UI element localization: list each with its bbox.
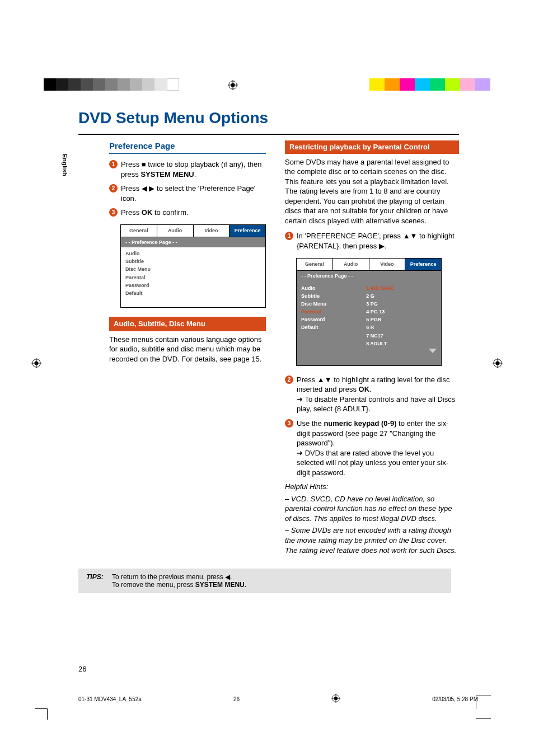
step-text: Press [121,160,142,168]
topic-audio-subtitle-disc-menu: Audio, Subtitle, Disc Menu [109,317,266,331]
language-tab: English [62,154,68,176]
hint-1: – VCD, SVCD, CD have no level indication… [285,494,459,524]
step-text: OK [142,208,153,217]
step-badge: 3 [109,208,118,217]
grayscale-swatches [44,78,179,91]
osd-value-highlight: 1 KID SAFE [366,284,437,292]
osd-item: Password [125,281,261,289]
osd-item: Default [125,289,261,297]
tips-label: TIPS: [86,573,104,581]
topic-parental-control: Restricting playback by Parental Control [285,140,459,154]
intro-paragraph: Some DVDs may have a parental level assi… [285,157,459,226]
crop-mark-icon [35,699,53,717]
step-2: 2 Press ▲▼ to highlight a rating level f… [285,375,459,414]
footer-file: 01-31 MDV434_LA_552a [78,696,142,702]
step-text: . [385,242,387,250]
up-down-arrow-icon: ▲▼ [317,375,332,384]
step-text: OK [359,385,370,393]
step-text: to confirm. [152,208,188,217]
crop-mark-icon [476,691,498,725]
osd-tab: Video [369,259,406,270]
right-arrow-icon: ▶ [379,242,385,250]
footer-timestamp: 02/03/05, 5:28 PM [432,696,478,702]
osd-value: 3 PG [366,300,437,308]
footer-info: 01-31 MDV434_LA_552a 26 02/03/05, 5:28 P… [78,694,478,704]
step-sub: To disable Parental controls and have al… [297,395,459,414]
step-3: 3 Press OK to confirm. [109,208,266,218]
osd-value: 4 PG 13 [366,308,437,316]
step-text: In 'PREFERENCE PAGE', press [297,232,403,240]
osd-tab: Video [194,225,230,237]
printer-marks-top [0,78,534,92]
tips-text: . [245,581,246,589]
osd-item: Disc Menu [125,265,261,273]
stop-icon: ■ [142,160,146,168]
osd-item: Audio [125,250,261,257]
step-text: SYSTEM MENU [140,170,194,179]
registration-mark-icon [331,694,340,704]
osd-item: Disc Menu [301,300,366,308]
osd-item: Subtitle [301,292,366,300]
hint-2: – Some DVDs are not encoded with a ratin… [285,525,459,555]
step-text: numeric keypad (0-9) [324,419,396,428]
title-divider [78,134,459,135]
osd-tab-active: Preference [229,225,265,237]
step-text: Use the [297,419,324,428]
registration-mark-icon [31,358,41,370]
tips-text: SYSTEM MENU [195,581,245,589]
osd-value: 7 NC17 [366,332,437,340]
osd-header: - - Preference Page - - [121,237,265,247]
osd-value: 5 PGR [366,316,437,323]
osd-header: - - Preference Page - - [297,271,441,281]
step-1: 1 Press ■ twice to stop playback (if any… [109,159,266,179]
left-right-arrow-icon: ◀ ▶ [142,184,155,192]
step-3: 3 Use the numeric keypad (0-9) to enter … [285,419,459,477]
step-text: . [194,170,196,179]
step-badge: 2 [109,184,118,192]
step-text: . [369,385,372,393]
left-arrow-icon: ◀ [225,573,230,581]
step-badge: 3 [285,419,293,428]
step-text: Press [121,208,142,217]
tips-text: . [230,573,232,581]
osd-item: Default [301,323,366,331]
osd-item: Subtitle [125,257,261,265]
page-content: English DVD Setup Menu Options Preferenc… [78,109,459,593]
osd-item: Password [301,316,366,323]
registration-mark-icon [228,80,238,90]
osd-tab: General [297,259,333,270]
osd-value: 6 R [366,323,437,331]
step-2: 2 Press ◀ ▶ to select the 'Preference Pa… [109,184,266,203]
page-title: DVD Setup Menu Options [78,109,459,127]
step-text: Press [121,184,142,192]
osd-preference-page: General Audio Video Preference - - Prefe… [120,224,266,308]
osd-tab-active: Preference [405,259,441,270]
page-number: 26 [78,665,86,673]
osd-parental-list: General Audio Video Preference - - Prefe… [296,258,442,366]
section-title-preference-page: Preference Page [109,140,266,154]
step-badge: 2 [285,375,293,384]
registration-mark-icon [493,358,503,370]
color-swatches [369,78,490,91]
footer-folio: 26 [233,696,240,702]
hints-label: Helpful Hints: [285,482,459,492]
osd-tab: Audio [333,259,369,270]
osd-item: Parental [125,274,261,281]
step-text: Press [297,375,317,384]
osd-tab: General [121,225,157,237]
step-badge: 1 [285,232,293,240]
tips-text: To return to the previous menu, press [112,573,225,581]
up-down-arrow-icon: ▲▼ [403,232,418,240]
osd-value: 2 G [366,292,437,300]
step-1: 1 In 'PREFERENCE PAGE', press ▲▼ to high… [285,231,459,251]
topic-body: These menus contain various language opt… [109,335,266,364]
osd-item: Audio [301,284,366,292]
osd-value: 8 ADULT [366,340,437,348]
tips-box: TIPS: To return to the previous menu, pr… [78,569,451,593]
step-sub: DVDs that are rated above the level you … [297,448,459,478]
step-badge: 1 [109,160,118,168]
osd-tab: Audio [157,225,194,237]
scroll-down-icon [429,349,437,354]
osd-item-highlight: Parental [301,308,366,316]
tips-text: To remove the menu, press [112,581,195,589]
